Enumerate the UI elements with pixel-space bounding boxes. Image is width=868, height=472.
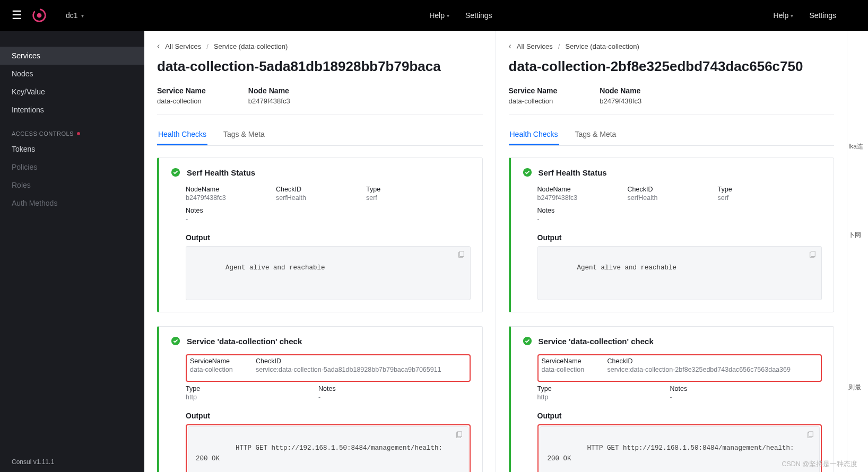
svg-point-3 (45, 15, 46, 16)
output-box: Agent alive and reachable (537, 246, 822, 300)
help-menu[interactable]: Help ▾ (429, 11, 449, 20)
sidebar-item-nodes[interactable]: Nodes (0, 65, 144, 83)
tab-health-checks[interactable]: Health Checks (509, 125, 559, 145)
health-check-card: Serf Health Status NodeNameb2479f438fc3 … (509, 158, 835, 312)
check-title: Service 'data-collection' check (187, 337, 302, 346)
svg-rect-10 (457, 432, 462, 437)
highlight-box: HTTP GET http://192.168.1.50:8484/manage… (186, 424, 471, 472)
chevron-down-icon: ▾ (81, 13, 84, 19)
check-passing-icon (523, 168, 532, 177)
side-snippets: fka连 卜网 则最 (847, 31, 868, 472)
check-title: Service 'data-collection' check (539, 337, 654, 346)
service-name-value: data-collection (509, 97, 558, 105)
breadcrumb: ‹ All Services / Service (data-collectio… (157, 41, 483, 51)
health-check-card: Serf Health Status NodeNameb2479f438fc3 … (157, 158, 483, 312)
breadcrumb-service[interactable]: Service (data-collection) (565, 42, 639, 50)
svg-point-2 (44, 12, 45, 13)
svg-point-4 (44, 18, 45, 19)
highlight-box: ServiceNamedata-collection CheckIDservic… (537, 354, 822, 382)
sidebar-item-keyvalue[interactable]: Key/Value (0, 83, 144, 101)
breadcrumb-all-services[interactable]: All Services (165, 42, 201, 50)
copy-icon[interactable] (806, 431, 814, 439)
svg-rect-7 (459, 251, 464, 257)
breadcrumb: ‹ All Services / Service (data-collectio… (509, 41, 835, 51)
tab-health-checks[interactable]: Health Checks (157, 125, 207, 145)
sidebar-section-access: ACCESS CONTROLS (0, 119, 144, 140)
consul-logo-icon (32, 8, 47, 23)
copy-icon[interactable] (809, 251, 816, 258)
tab-tags-meta[interactable]: Tags & Meta (222, 125, 266, 145)
breadcrumb-service[interactable]: Service (data-collection) (214, 42, 288, 50)
node-name-label: Node Name (600, 86, 641, 95)
service-name-label: Service Name (509, 86, 558, 95)
sidebar-item-services[interactable]: Services (0, 47, 144, 65)
divider (509, 115, 835, 115)
tabs: Health Checks Tags & Meta (509, 125, 835, 146)
sidebar: Services Nodes Key/Value Intentions ACCE… (0, 0, 144, 472)
hamburger-icon[interactable]: ☰ (12, 8, 22, 22)
chevron-down-icon: ▾ (447, 13, 449, 19)
check-title: Serf Health Status (539, 168, 607, 177)
tab-tags-meta[interactable]: Tags & Meta (574, 125, 618, 145)
sidebar-item-policies[interactable]: Policies (0, 158, 144, 176)
divider (157, 115, 483, 115)
svg-rect-16 (809, 432, 813, 437)
health-check-card: Service 'data-collection' check ServiceN… (157, 326, 483, 472)
output-label: Output (186, 412, 471, 420)
page-title: data-collection-5ada81db18928bb7b79baca (157, 58, 483, 75)
check-passing-icon (523, 336, 532, 346)
notification-dot-icon (77, 132, 80, 135)
sidebar-item-authmethods[interactable]: Auth Methods (0, 194, 144, 212)
service-name-value: data-collection (157, 97, 206, 105)
chevron-down-icon: ▾ (791, 13, 793, 19)
service-name-label: Service Name (157, 86, 206, 95)
output-box: HTTP GET http://192.168.1.50:8484/manage… (188, 426, 468, 472)
node-name-label: Node Name (248, 86, 290, 95)
sidebar-item-roles[interactable]: Roles (0, 176, 144, 194)
topbar: ☰ dc1 ▾ Help ▾ Settings Help ▾ Settings (0, 0, 868, 31)
main-content: ‹ All Services / Service (data-collectio… (144, 0, 868, 472)
page-title: data-collection-2bf8e325edbd743dac656c75… (509, 58, 835, 75)
output-box: Agent alive and reachable (186, 246, 471, 300)
datacenter-select[interactable]: dc1 ▾ (66, 11, 84, 20)
svg-point-1 (37, 13, 42, 18)
output-label: Output (537, 233, 822, 242)
watermark: CSDN @坚持是一种态度 (782, 460, 857, 469)
datacenter-label: dc1 (66, 11, 78, 20)
node-name-value: b2479f438fc3 (600, 97, 641, 105)
back-icon[interactable]: ‹ (509, 41, 511, 51)
settings-link[interactable]: Settings (809, 11, 836, 20)
copy-icon[interactable] (457, 251, 465, 258)
check-passing-icon (171, 336, 180, 346)
back-icon[interactable]: ‹ (157, 41, 160, 51)
pane-left: ‹ All Services / Service (data-collectio… (144, 31, 496, 472)
check-title: Serf Health Status (187, 168, 255, 177)
output-label: Output (537, 412, 822, 420)
health-check-card: Service 'data-collection' check ServiceN… (509, 326, 835, 472)
copy-icon[interactable] (455, 431, 463, 439)
breadcrumb-all-services[interactable]: All Services (517, 42, 553, 50)
output-box: HTTP GET http://192.168.1.50:8484/manage… (540, 426, 820, 472)
node-name-value: b2479f438fc3 (248, 97, 290, 105)
settings-link[interactable]: Settings (465, 11, 492, 20)
check-passing-icon (171, 168, 180, 177)
sidebar-item-tokens[interactable]: Tokens (0, 140, 144, 158)
tabs: Health Checks Tags & Meta (157, 125, 483, 146)
help-menu[interactable]: Help ▾ (774, 11, 794, 20)
svg-rect-13 (811, 251, 815, 257)
output-label: Output (186, 233, 471, 242)
sidebar-item-intentions[interactable]: Intentions (0, 101, 144, 119)
highlight-box: ServiceNamedata-collection CheckIDservic… (186, 354, 471, 382)
version-label: Consul v1.11.1 (0, 452, 144, 472)
pane-right: ‹ All Services / Service (data-collectio… (496, 31, 847, 472)
highlight-box: HTTP GET http://192.168.1.50:8484/manage… (537, 424, 822, 472)
